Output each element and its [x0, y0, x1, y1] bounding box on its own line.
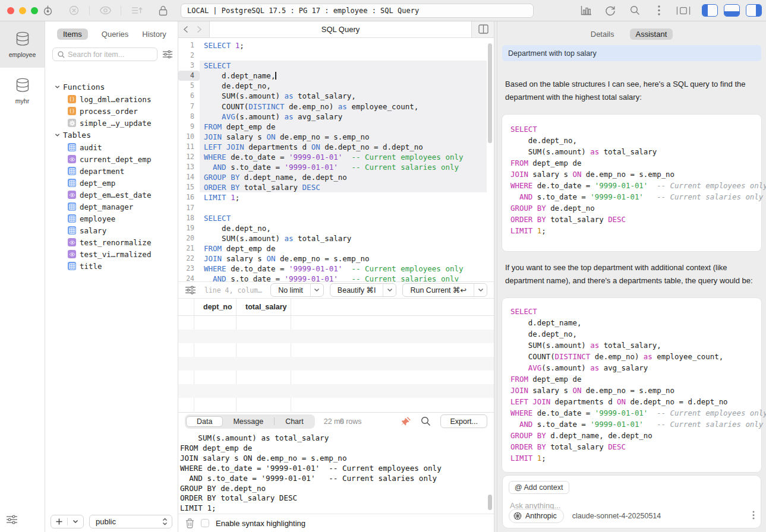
cell[interactable]	[194, 316, 237, 330]
limit-dropdown[interactable]: No limit	[270, 283, 324, 297]
more-icon[interactable]	[652, 4, 666, 18]
sidebar-item-log_dml-erations[interactable]: ()log_dml…erations	[55, 93, 178, 105]
close-window-button[interactable]	[7, 7, 14, 14]
cell[interactable]	[194, 398, 237, 411]
cell[interactable]	[237, 343, 291, 357]
preview-changes-icon[interactable]	[98, 4, 112, 18]
editor-line[interactable]: 2	[178, 50, 494, 61]
zoom-window-button[interactable]	[31, 7, 38, 14]
search-icon[interactable]	[628, 4, 642, 18]
editor-line[interactable]: 3SELECT	[178, 61, 494, 71]
toggle-bottom-panel-button[interactable]	[724, 4, 740, 17]
sql-code-block[interactable]: SELECT de.dept_no, SUM(s.amount) as tota…	[502, 115, 761, 251]
cell[interactable]	[237, 370, 291, 384]
sidebar-item-dept_manager[interactable]: dept_manager	[55, 201, 178, 213]
message-panel[interactable]: SUM(s.amount) as total_salary FROM dept_…	[178, 430, 494, 514]
filter-sliders-icon[interactable]	[162, 50, 173, 59]
editor-settings-sliders-icon[interactable]	[185, 286, 196, 294]
editor-line[interactable]: 21FROM dept_emp de	[178, 243, 494, 254]
message-scrollbar[interactable]	[488, 495, 492, 510]
tab-history[interactable]: History	[142, 30, 166, 39]
connection-icon[interactable]	[40, 4, 55, 18]
export-button[interactable]: Export...	[440, 414, 487, 428]
editor-line[interactable]: 24 AND s.to_date = '9999-01-01' -- Curre…	[178, 274, 494, 281]
sidebar-item-process_order[interactable]: ()process_order	[55, 105, 178, 117]
sidebar-section-tables[interactable]: Tables	[55, 129, 178, 141]
cell[interactable]	[194, 343, 237, 357]
sidebar-item-simple_-y_update[interactable]: simple_…y_update	[55, 117, 178, 129]
add-item-button[interactable]	[51, 515, 84, 528]
chart-icon[interactable]	[579, 4, 593, 18]
tab-message[interactable]: Message	[223, 417, 273, 426]
refresh-icon[interactable]	[603, 4, 617, 18]
editor-line[interactable]: 14GROUP BY d.dept_name, de.dept_no	[178, 172, 494, 182]
tab-details[interactable]: Details	[591, 30, 614, 39]
editor-line[interactable]: 6 SUM(s.amount) as total_salary,	[178, 91, 494, 101]
sidebar-item-audit[interactable]: audit	[55, 141, 178, 153]
beautify-button[interactable]: Beautify ⌘I	[330, 283, 397, 297]
add-context-button[interactable]: @ Add context	[509, 481, 569, 494]
editor-line[interactable]: 15ORDER BY total_salary DESC	[178, 182, 494, 192]
editor-line[interactable]: 18SELECT	[178, 213, 494, 223]
pin-icon[interactable]	[401, 416, 411, 426]
sidebar-item-employee[interactable]: employee	[55, 213, 178, 224]
table-row[interactable]	[178, 343, 494, 357]
table-row[interactable]	[178, 384, 494, 398]
column-header-total-salary[interactable]: total_salary	[237, 299, 291, 315]
editor-line[interactable]: 22JOIN salary s ON de.emp_no = s.emp_no	[178, 254, 494, 264]
editor-line[interactable]: 13 AND s.to_date = '9999-01-01' -- Curre…	[178, 162, 494, 172]
table-row[interactable]	[178, 357, 494, 370]
editor-line[interactable]: 1SELECT 1;	[178, 40, 494, 50]
tab-assistant[interactable]: Assistant	[630, 28, 673, 40]
sidebar-item-test_vi-rmalized[interactable]: test_vi…rmalized	[55, 248, 178, 260]
sidebar-section-functions[interactable]: Functions	[55, 81, 178, 93]
editor-line[interactable]: 11LEFT JOIN departments d ON de.dept_no …	[178, 142, 494, 152]
cancel-query-icon[interactable]	[67, 4, 81, 18]
table-row[interactable]	[178, 316, 494, 330]
editor-line[interactable]: 8 AVG(s.amount) as avg_salary	[178, 112, 494, 122]
sidebar-item-test_renormalize[interactable]: test_renormalize	[55, 236, 178, 248]
connection-employee[interactable]: employee	[0, 21, 45, 68]
sidebar-item-title[interactable]: title	[55, 260, 178, 272]
connection-title[interactable]: LOCAL | PostgreSQL 17.5 : PG 17 : employ…	[181, 4, 534, 18]
sql-editor[interactable]: 1SELECT 1;23SELECT4 d.dept_name,5 de.dep…	[178, 38, 494, 281]
sidebar-item-dept_emp[interactable]: dept_emp	[55, 177, 178, 189]
trash-icon[interactable]	[185, 518, 194, 528]
minimize-window-button[interactable]	[19, 7, 26, 14]
editor-line[interactable]: 19 de.dept_no,	[178, 223, 494, 233]
commit-icon[interactable]	[130, 4, 144, 18]
search-results-icon[interactable]	[421, 416, 431, 426]
forward-icon[interactable]	[197, 26, 202, 33]
editor-line[interactable]: 10JOIN salary s ON de.emp_no = s.emp_no	[178, 132, 494, 142]
tab-items[interactable]: Items	[57, 28, 88, 40]
settings-sliders-icon[interactable]	[6, 515, 18, 526]
sidebar-item-department[interactable]: department	[55, 165, 178, 177]
tab-chart[interactable]: Chart	[275, 417, 314, 426]
sidebar-item-salary[interactable]: salary	[55, 224, 178, 236]
windows-icon[interactable]	[676, 4, 691, 18]
editor-line[interactable]: 4 d.dept_name,	[178, 71, 494, 81]
cell[interactable]	[237, 398, 291, 411]
editor-line[interactable]: 5 de.dept_no,	[178, 81, 494, 91]
run-current-button[interactable]: Run Current ⌘↩	[402, 283, 487, 297]
editor-scrollbar[interactable]	[488, 43, 492, 143]
split-editor-icon[interactable]	[478, 24, 488, 36]
sql-code-block[interactable]: SELECT d.dept_name, de.dept_no, SUM(s.am…	[502, 298, 761, 472]
cell[interactable]	[237, 316, 291, 330]
provider-selector[interactable]: Anthropic	[509, 509, 564, 523]
cell[interactable]	[194, 370, 237, 384]
syntax-highlighting-checkbox[interactable]	[201, 519, 209, 527]
editor-line[interactable]: 9FROM dept_emp de	[178, 122, 494, 132]
toggle-left-panel-button[interactable]	[702, 4, 718, 17]
editor-line[interactable]: 17	[178, 203, 494, 213]
toggle-right-panel-button[interactable]	[746, 4, 762, 17]
lock-icon[interactable]	[156, 4, 170, 18]
table-row[interactable]	[178, 330, 494, 343]
conversation-title[interactable]: Department with top salary	[502, 45, 761, 61]
editor-line[interactable]: 20 SUM(s.amount) as total_salary	[178, 233, 494, 243]
search-input[interactable]: Search for item...	[52, 48, 157, 61]
table-row[interactable]	[178, 398, 494, 411]
table-row[interactable]	[178, 370, 494, 384]
editor-line[interactable]: 7 COUNT(DISTINCT de.emp_no) as employee_…	[178, 102, 494, 112]
editor-line[interactable]: 23WHERE de.to_date = '9999-01-01' -- Cur…	[178, 264, 494, 274]
